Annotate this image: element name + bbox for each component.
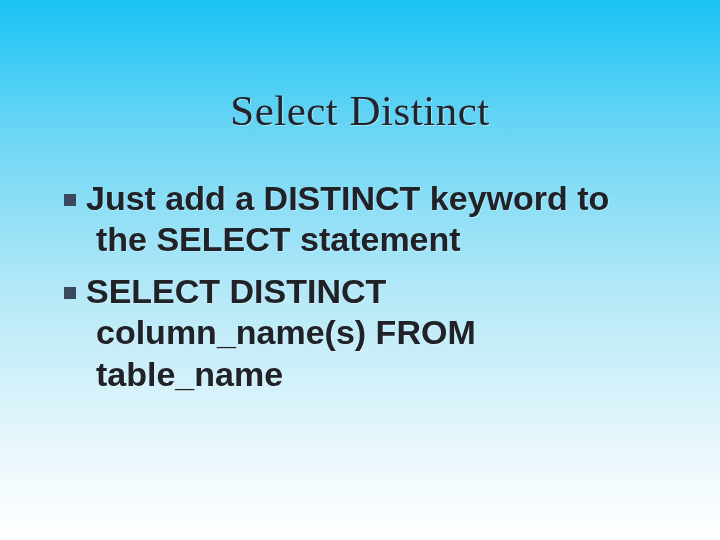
bullet-item: SELECT DISTINCT column_name(s) FROM tabl…: [64, 271, 660, 395]
bullet-text: Just add a DISTINCT keyword to: [86, 179, 609, 217]
square-bullet-icon: [64, 287, 76, 299]
slide-title: Select Distinct: [0, 86, 720, 135]
slide-body: Just add a DISTINCT keyword to the SELEC…: [64, 178, 660, 405]
slide: Select Distinct Just add a DISTINCT keyw…: [0, 0, 720, 540]
bullet-item: Just add a DISTINCT keyword to the SELEC…: [64, 178, 660, 261]
bullet-text: SELECT DISTINCT: [86, 272, 386, 310]
square-bullet-icon: [64, 194, 76, 206]
bullet-continuation: column_name(s) FROM table_name: [64, 312, 660, 395]
bullet-continuation: the SELECT statement: [64, 219, 660, 260]
